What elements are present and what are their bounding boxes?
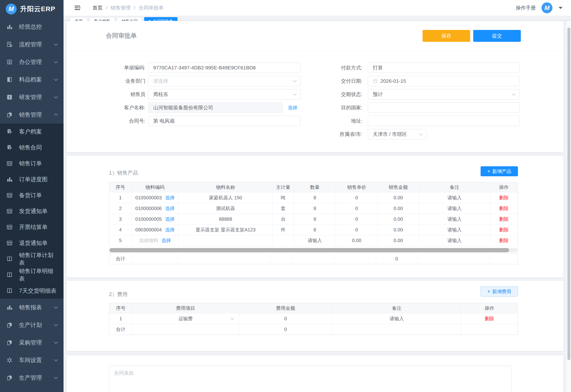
select-material-link[interactable]: 选择 — [165, 205, 175, 212]
user-avatar[interactable]: M — [541, 2, 553, 13]
sidebar-item-sales-report[interactable]: 销售报表 — [0, 299, 63, 316]
qty-cell[interactable]: 8 — [294, 192, 336, 203]
sidebar-item-purchasing[interactable]: 采购管理 — [0, 334, 63, 351]
price-cell[interactable]: 0 — [336, 192, 377, 203]
delivery-status-select[interactable]: 预计 — [368, 89, 520, 99]
save-button[interactable]: 保存 — [422, 30, 470, 42]
tab-sales-contract[interactable]: 销售合同 — [117, 17, 142, 21]
price-cell[interactable]: 0 — [336, 203, 377, 214]
select-material-link[interactable]: 选择 — [165, 216, 175, 222]
unit-cell: 台 — [272, 214, 294, 224]
contract-no-input[interactable]: 第 电风扇 — [148, 116, 301, 126]
remark-cell[interactable]: 请输入 — [419, 192, 490, 203]
sidebar-item-invoice-settlement[interactable]: 开票结算单 — [0, 219, 63, 235]
sidebar-item-sales-order[interactable]: 销售订单 — [0, 155, 63, 171]
tab-customer-files[interactable]: 客户档案 — [90, 17, 115, 21]
sidebar-item-sales-contract[interactable]: 销售合同 — [0, 140, 63, 155]
delete-row-link[interactable]: 删除 — [499, 227, 509, 232]
fee-amount-cell[interactable]: 0 — [239, 313, 332, 324]
sidebar-item-process[interactable]: 流程管理 — [0, 36, 63, 53]
terms-placeholder: 合同条款 — [114, 370, 134, 376]
contract-terms-textarea[interactable]: 合同条款 — [109, 366, 512, 392]
col-fee-amount: 费用金额 — [239, 303, 332, 313]
sidebar-collapse-icon[interactable] — [73, 4, 82, 12]
address-input[interactable] — [368, 116, 520, 126]
sidebar-item-stock-order[interactable]: 备货订单 — [0, 187, 63, 203]
remark-cell[interactable]: 请输入 — [419, 214, 490, 224]
price-cell[interactable]: 0 — [336, 214, 377, 224]
qty-cell[interactable]: 8 — [294, 224, 336, 235]
sidebar-item-processing-workshop[interactable]: 加工车间 — [0, 387, 63, 392]
sidebar-item-7day-delivery-report[interactable]: 7天交货明细表 — [0, 283, 63, 299]
price-cell[interactable]: 0.00 — [336, 235, 377, 246]
remark-cell[interactable]: 请输入 — [419, 235, 490, 246]
sidebar-item-production-plan[interactable]: 生产计划 — [0, 316, 63, 334]
delete-row-link[interactable]: 删除 — [499, 216, 509, 222]
name-cell: 显示器支架 显示器支架A123 — [179, 224, 272, 235]
sidebar-item-shipping-notice[interactable]: 发货通知单 — [0, 203, 63, 219]
sidebar-item-order-plan-report[interactable]: 销售订单计划表 — [0, 251, 63, 267]
sidebar-item-sales[interactable]: 销售管理 — [0, 106, 63, 124]
doc-code-input[interactable]: 9770CA17-3497-4DB2-995E-B49E9CF61BD8 — [148, 62, 301, 73]
remark-cell[interactable]: 请输入 — [419, 224, 490, 235]
sidebar-item-workshop-settings[interactable]: 车间设置 — [0, 351, 63, 369]
fee-item-select[interactable]: 运输费 — [132, 313, 239, 324]
department-select[interactable]: 请选择 — [148, 76, 301, 86]
province-label: 所属省/市: — [319, 131, 362, 138]
sidebar-item-order-progress[interactable]: 订单进度图 — [0, 171, 63, 187]
customer-select-link[interactable]: 选择 — [288, 105, 297, 111]
select-material-link[interactable]: 选择 — [165, 195, 175, 201]
sidebar-item-return-notice[interactable]: 退货通知单 — [0, 235, 63, 251]
sidebar-item-label: 开票结算单 — [19, 223, 48, 231]
breadcrumb-separator: / — [134, 5, 135, 11]
tab-label: 客户档案 — [94, 18, 110, 21]
tab-home[interactable]: 首页 — [70, 17, 87, 21]
breadcrumb-home[interactable]: 首页 — [92, 4, 103, 11]
sidebar-item-dashboard[interactable]: 经营总控 — [0, 18, 63, 36]
brand-logo-icon: M — [6, 4, 17, 14]
submit-button[interactable]: 提交 — [473, 30, 521, 42]
sidebar-item-office[interactable]: 办公管理 — [0, 53, 63, 71]
salesman-select[interactable]: 周桂东 — [148, 89, 301, 99]
delivery-date-input[interactable]: 2026-01-15 — [368, 76, 520, 86]
sidebar-item-materials[interactable]: 料品档案 — [0, 71, 63, 88]
sidebar-item-order-detail-report[interactable]: 销售订单明细表 — [0, 267, 63, 283]
pages-copy-icon — [6, 374, 13, 381]
remark-cell[interactable]: 请输入 — [332, 313, 461, 324]
dest-country-input[interactable] — [368, 102, 520, 113]
chevron-down-icon — [54, 375, 58, 379]
remark-cell[interactable]: 请输入 — [419, 203, 490, 214]
delete-row-link[interactable]: 删除 — [485, 316, 494, 321]
select-material-link[interactable]: 选择 — [165, 227, 175, 233]
vertical-scrollbar-thumb[interactable] — [567, 28, 570, 360]
page-title: 合同审批单 — [106, 32, 137, 40]
products-total-table: 合计 0 — [109, 253, 518, 264]
sidebar-item-production-mgmt[interactable]: 生产管理 — [0, 369, 63, 387]
unit-cell — [272, 235, 294, 246]
app-root: M 升阳云ERP 经营总控 流程管理 办公管理 料品档案 研发管理 — [0, 0, 571, 392]
payment-input[interactable]: 打算 — [368, 62, 520, 73]
qty-cell[interactable]: 8 — [294, 214, 336, 224]
total-amount: 0 — [376, 253, 417, 264]
delete-row-link[interactable]: 删除 — [499, 206, 509, 211]
select-material-link[interactable]: 选择 — [161, 237, 171, 244]
delete-row-link[interactable]: 删除 — [499, 195, 509, 200]
sidebar-item-label: 客户档案 — [19, 128, 42, 135]
delete-row-link[interactable]: 删除 — [499, 238, 509, 243]
doc-code-value: 9770CA17-3497-4DB2-995E-B49E9CF61BD8 — [153, 65, 256, 70]
caret-down-icon[interactable] — [559, 7, 562, 9]
qty-cell[interactable]: 8 — [294, 203, 336, 214]
code-value: 0903000004 — [135, 227, 162, 233]
qty-cell[interactable]: 请输入 — [294, 235, 336, 246]
code-value: 0100000005 — [135, 216, 162, 222]
province-select[interactable]: 天津市 / 市辖区 — [368, 129, 427, 140]
tab-contract-approval[interactable]: 合同审批单 — [144, 17, 178, 21]
add-fee-button[interactable]: + 新增费用 — [481, 287, 518, 296]
manual-link[interactable]: 操作手册 — [516, 4, 536, 11]
price-cell[interactable]: 0 — [336, 224, 377, 235]
sidebar-item-customer-files[interactable]: 客户档案 — [0, 124, 63, 140]
horizontal-scrollbar-thumb[interactable] — [109, 248, 509, 252]
sidebar-item-rnd[interactable]: 研发管理 — [0, 88, 63, 106]
add-product-button[interactable]: + 新增产品 — [481, 166, 518, 176]
sidebar-item-label: 生产计划 — [19, 321, 42, 329]
